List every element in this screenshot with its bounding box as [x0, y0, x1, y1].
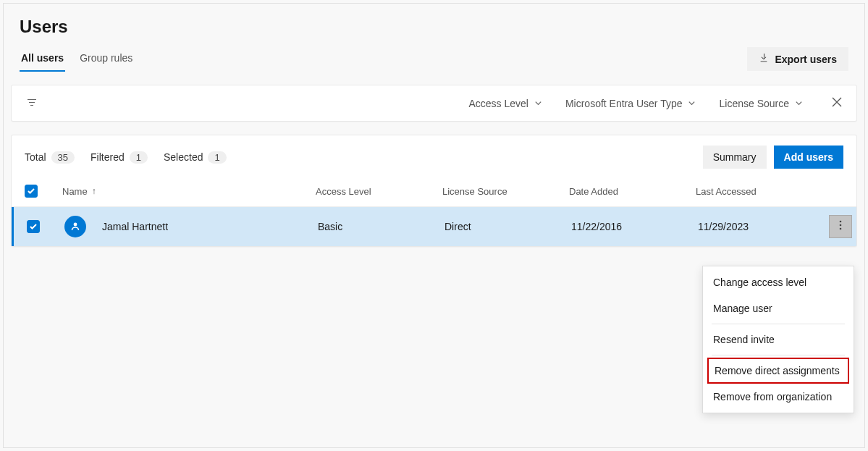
- users-table: Total 35 Filtered 1 Selected 1 Summary A…: [11, 135, 857, 247]
- row-checkbox[interactable]: [27, 220, 40, 233]
- close-icon[interactable]: [832, 96, 842, 111]
- tabs: All users Group rules: [20, 48, 134, 71]
- tab-all-users[interactable]: All users: [20, 48, 65, 71]
- menu-remove-from-organization[interactable]: Remove from organization: [703, 384, 854, 410]
- svg-point-1: [840, 221, 842, 223]
- column-date-added[interactable]: Date Added: [569, 186, 696, 197]
- menu-separator: [712, 355, 845, 355]
- filter-license-source-label: License Source: [719, 98, 789, 109]
- filter-license-source[interactable]: License Source: [719, 98, 803, 109]
- filter-entra-label: Microsoft Entra User Type: [565, 98, 683, 109]
- stat-total-count: 35: [51, 151, 75, 164]
- add-users-button[interactable]: Add users: [774, 146, 843, 169]
- menu-remove-direct-assignments[interactable]: Remove direct assignments: [707, 358, 849, 384]
- chevron-down-icon: [534, 98, 542, 109]
- stat-total: Total 35: [25, 151, 75, 164]
- filter-icon[interactable]: [26, 96, 38, 111]
- menu-resend-invite[interactable]: Resend invite: [703, 326, 854, 353]
- table-header: Name ↑ Access Level License Source Date …: [12, 179, 856, 207]
- row-license-source: Direct: [444, 221, 571, 232]
- more-actions-button[interactable]: [829, 215, 852, 238]
- download-icon: [759, 53, 769, 65]
- stat-total-label: Total: [25, 151, 46, 163]
- stat-filtered-count: 1: [130, 151, 148, 164]
- filter-bar: Access Level Microsoft Entra User Type L…: [11, 85, 857, 122]
- summary-button[interactable]: Summary: [703, 146, 767, 169]
- export-users-label: Export users: [775, 54, 837, 65]
- svg-point-0: [74, 223, 77, 227]
- row-name: Jamal Hartnett: [102, 221, 168, 232]
- stat-selected-label: Selected: [164, 151, 203, 163]
- stats-row: Total 35 Filtered 1 Selected 1 Summary A…: [12, 135, 856, 179]
- filter-access-level-label: Access Level: [468, 98, 528, 109]
- column-license-source[interactable]: License Source: [442, 186, 569, 197]
- avatar: [64, 216, 86, 237]
- page-title: Users: [20, 17, 857, 37]
- tab-group-rules[interactable]: Group rules: [78, 48, 134, 71]
- table-row[interactable]: Jamal Hartnett Basic Direct 11/22/2016 1…: [12, 207, 856, 246]
- more-vertical-icon: [839, 220, 842, 233]
- column-name-label: Name: [62, 186, 88, 197]
- chevron-down-icon: [688, 98, 696, 109]
- column-last-accessed[interactable]: Last Accessed: [696, 186, 814, 197]
- column-access-level[interactable]: Access Level: [316, 186, 442, 197]
- sort-ascending-icon: ↑: [92, 186, 96, 196]
- svg-point-2: [840, 224, 842, 227]
- tabs-row: All users Group rules Export users: [20, 47, 848, 72]
- menu-separator: [712, 324, 845, 324]
- select-all-checkbox[interactable]: [25, 185, 38, 198]
- stat-selected: Selected 1: [164, 151, 227, 164]
- row-access-level: Basic: [318, 221, 444, 232]
- stat-selected-count: 1: [208, 151, 226, 164]
- chevron-down-icon: [795, 98, 803, 109]
- svg-point-3: [840, 228, 842, 230]
- row-last-accessed: 11/29/2023: [698, 221, 843, 232]
- filter-access-level[interactable]: Access Level: [468, 98, 542, 109]
- filter-entra-user-type[interactable]: Microsoft Entra User Type: [565, 98, 696, 109]
- menu-change-access-level[interactable]: Change access level: [703, 269, 854, 295]
- row-date-added: 11/22/2016: [571, 221, 698, 232]
- stat-filtered-label: Filtered: [90, 151, 125, 163]
- column-name[interactable]: Name ↑: [62, 186, 316, 197]
- export-users-button[interactable]: Export users: [747, 47, 848, 71]
- menu-manage-user[interactable]: Manage user: [703, 295, 854, 321]
- stat-filtered: Filtered 1: [90, 151, 148, 164]
- context-menu: Change access level Manage user Resend i…: [702, 266, 854, 413]
